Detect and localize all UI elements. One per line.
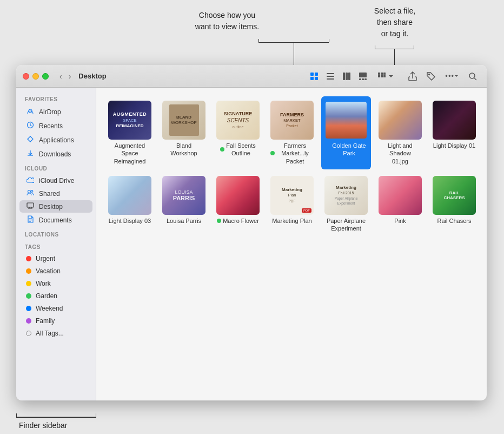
thumb-macro-flower: [216, 176, 260, 215]
callout-share-bracket-right: [414, 45, 414, 49]
sidebar-item-downloads[interactable]: Downloads: [19, 147, 92, 161]
svg-rect-0: [310, 73, 314, 76]
thumb-pink: [379, 176, 422, 215]
file-name-marketing: Marketing Plan: [272, 217, 311, 225]
svg-rect-13: [364, 78, 367, 80]
fullscreen-button[interactable]: [42, 73, 49, 80]
svg-point-20: [429, 74, 430, 75]
sidebar-item-documents[interactable]: Documents: [19, 213, 92, 227]
tags-section-label: Tags: [16, 240, 96, 252]
sidebar-item-icloud-drive[interactable]: iCloud Drive: [19, 174, 92, 187]
weekend-tag-label: Weekend: [36, 305, 63, 312]
file-light-display-03[interactable]: Light Display 03: [105, 172, 155, 237]
callout-share-bracket: [375, 49, 414, 49]
svg-rect-10: [359, 73, 367, 77]
shared-icon: [26, 189, 35, 198]
file-paper-airplane[interactable]: Marketing Fall 2015 Paper AirplaneExperi…: [321, 172, 371, 237]
file-light-shadow[interactable]: Light and Shadow01.jpg: [375, 96, 425, 169]
file-bland-workshop[interactable]: BLANDWORKSHOP Bland Workshop: [159, 96, 209, 169]
icloud-drive-icon: [26, 176, 35, 185]
sidebar-bracket-right: [96, 413, 96, 418]
file-name-light-display-01: Light Display 01: [433, 142, 475, 149]
svg-rect-5: [327, 76, 334, 77]
downloads-label: Downloads: [39, 150, 71, 158]
sidebar: Favorites AirDrop Recents: [16, 88, 96, 400]
sidebar-tag-family[interactable]: Family: [19, 315, 92, 327]
sidebar-item-recents[interactable]: Recents: [19, 119, 92, 133]
icon-view-button[interactable]: [307, 70, 322, 83]
recents-icon: [26, 121, 35, 130]
sidebar-item-applications[interactable]: Applications: [19, 133, 92, 147]
file-farmers-market[interactable]: FARMERS MARKET Packet FarmersMarket...ly…: [267, 96, 317, 169]
file-name-pink: Pink: [394, 217, 406, 225]
file-row-2: Light Display 03 LOUISA PARRIS Louisa Pa…: [105, 172, 478, 237]
documents-icon: [26, 215, 35, 225]
svg-point-21: [469, 73, 475, 78]
sidebar-tag-all[interactable]: All Tags...: [19, 327, 92, 339]
svg-point-25: [28, 190, 31, 193]
share-button[interactable]: [405, 69, 420, 83]
file-pink[interactable]: Pink: [375, 172, 425, 237]
icloud-section-label: iCloud: [16, 161, 96, 174]
all-tags-label: All Tags...: [36, 330, 64, 337]
svg-rect-12: [362, 78, 364, 80]
all-tags-dot: [26, 331, 31, 336]
work-tag-label: Work: [36, 280, 51, 287]
urgent-tag-label: Urgent: [36, 255, 55, 262]
desktop-icon: [26, 202, 35, 211]
sidebar-tag-work[interactable]: Work: [19, 278, 92, 290]
family-tag-dot: [26, 318, 31, 324]
sidebar-tag-weekend[interactable]: Weekend: [19, 303, 92, 314]
close-button[interactable]: [23, 73, 29, 80]
sidebar-bracket-left: [16, 413, 17, 418]
nav-buttons: ‹ ›: [57, 71, 73, 82]
main-content: Favorites AirDrop Recents: [16, 88, 487, 400]
thumb-paper-airplane: Marketing Fall 2015 Paper AirplaneExperi…: [324, 176, 368, 215]
svg-rect-15: [381, 73, 383, 75]
sidebar-tag-garden[interactable]: Garden: [19, 290, 92, 302]
file-louisa-parris[interactable]: LOUISA PARRIS Louisa Parris: [159, 172, 209, 237]
work-tag-dot: [26, 281, 31, 286]
minimize-button[interactable]: [32, 73, 39, 80]
sidebar-bracket-line: [16, 417, 96, 418]
svg-rect-11: [359, 78, 361, 80]
svg-rect-18: [381, 75, 383, 77]
gallery-view-button[interactable]: [355, 70, 370, 83]
file-macro-flower[interactable]: Macro Flower: [213, 172, 263, 237]
sidebar-item-shared[interactable]: Shared: [19, 187, 92, 200]
icloud-drive-label: iCloud Drive: [39, 177, 74, 185]
file-name-fall-scents: Fall ScentsOutline: [220, 142, 255, 157]
file-fall-scents[interactable]: SIGNATURE SCENTS outline Fall ScentsOutl…: [213, 96, 263, 169]
search-button[interactable]: [465, 70, 480, 83]
file-name-farmers: FarmersMarket...ly Packet: [270, 142, 314, 165]
sidebar-tag-vacation[interactable]: Vacation: [19, 265, 92, 277]
thumb-fall-scents: SIGNATURE SCENTS outline: [216, 101, 260, 140]
tag-button[interactable]: [423, 70, 439, 83]
file-name-rail-chasers: Rail Chasers: [437, 217, 472, 225]
sidebar-item-desktop[interactable]: Desktop: [19, 200, 92, 213]
file-grid: AUGMENTED SPACE REIMAGINED AugmentedSpac…: [96, 88, 487, 400]
list-view-button[interactable]: [323, 70, 338, 83]
back-button[interactable]: ‹: [57, 71, 64, 82]
sidebar-tag-urgent[interactable]: Urgent: [19, 253, 92, 265]
airdrop-icon: [26, 107, 35, 116]
garden-tag-label: Garden: [36, 292, 57, 300]
file-light-display-01[interactable]: Light Display 01: [429, 96, 479, 169]
vacation-tag-dot: [26, 268, 31, 274]
file-marketing-plan[interactable]: Marketing Plan PDF PDF Marketing Plan: [267, 172, 317, 237]
forward-button[interactable]: ›: [67, 71, 74, 82]
file-augmented-space[interactable]: AUGMENTED SPACE REIMAGINED AugmentedSpac…: [105, 96, 155, 169]
file-name-augmented: AugmentedSpace Reimagined: [108, 142, 151, 165]
thumb-rail-chasers: RAILCHASERS: [433, 176, 476, 215]
file-rail-chasers[interactable]: RAILCHASERS Rail Chasers: [429, 172, 479, 237]
file-name-light-shadow: Light and Shadow01.jpg: [379, 142, 422, 165]
svg-rect-3: [315, 77, 318, 80]
group-dropdown[interactable]: [375, 70, 396, 82]
column-view-button[interactable]: [339, 70, 354, 83]
sidebar-item-airdrop[interactable]: AirDrop: [19, 105, 92, 119]
more-button[interactable]: •••: [442, 70, 462, 82]
file-name-bland: Bland Workshop: [162, 142, 205, 157]
file-golden-gate[interactable]: Golden GatePark: [321, 96, 371, 169]
svg-rect-9: [348, 73, 350, 80]
weekend-tag-dot: [26, 306, 31, 311]
